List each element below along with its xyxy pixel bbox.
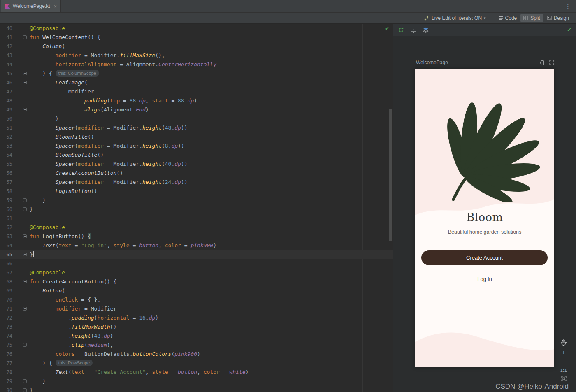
fold-icon[interactable] (23, 108, 27, 111)
close-tab-icon[interactable]: × (54, 3, 57, 9)
code-line[interactable]: 69 Button( (0, 286, 393, 295)
code-line[interactable]: 80} (0, 386, 393, 392)
line-number[interactable]: 62 (0, 223, 12, 232)
code-line[interactable]: 40@Composable (0, 24, 393, 33)
tab-welcomepage-kt[interactable]: WelcomePage.kt × (1, 0, 61, 12)
zoom-out-button[interactable]: − (560, 359, 567, 365)
line-number[interactable]: 78 (0, 368, 12, 377)
view-mode-split-button[interactable]: Split (520, 14, 543, 22)
fold-icon[interactable] (23, 280, 27, 283)
line-number[interactable]: 51 (0, 123, 12, 132)
expand-preview-icon[interactable] (549, 60, 554, 65)
line-number[interactable]: 47 (0, 87, 12, 96)
line-number[interactable]: 45 (0, 69, 12, 78)
code-line[interactable]: 75 .clip(medium), (0, 341, 393, 350)
code-line[interactable]: 64 Text(text = "Log in", style = button,… (0, 241, 393, 250)
line-number[interactable]: 72 (0, 313, 12, 322)
code-line[interactable]: 49 .align(Alignment.End) (0, 105, 393, 114)
code-line[interactable]: 60} (0, 205, 393, 214)
line-number[interactable]: 53 (0, 141, 12, 151)
code-line[interactable]: 66 (0, 259, 393, 268)
code-line[interactable]: 53 Spacer(modifier = Modifier.height(8.d… (0, 141, 393, 151)
line-number[interactable]: 75 (0, 341, 12, 350)
line-number[interactable]: 63 (0, 232, 12, 241)
preview-canvas[interactable]: Bloom Beautiful home garden solutions Cr… (415, 69, 554, 367)
log-in-button[interactable]: Log in (415, 276, 554, 282)
line-number[interactable]: 42 (0, 42, 12, 51)
code-line[interactable]: 78 Text(text = "Create Account", style =… (0, 368, 393, 377)
code-line[interactable]: 44 horizontalAlignment = Alignment.Cente… (0, 60, 393, 69)
fold-icon[interactable] (23, 234, 27, 238)
code-line[interactable]: 51 Spacer(modifier = Modifier.height(48.… (0, 123, 393, 132)
preview-ok-icon[interactable]: ✔ (567, 27, 571, 33)
line-number[interactable]: 60 (0, 205, 12, 214)
layers-icon[interactable] (423, 27, 429, 33)
fit-to-screen-icon[interactable] (561, 376, 567, 381)
fold-icon[interactable] (23, 388, 27, 392)
live-edit-control[interactable]: Live Edit of literals: ON ▾ (424, 15, 486, 21)
line-number[interactable]: 48 (0, 96, 12, 105)
code-line[interactable]: 58 LoginButton() (0, 187, 393, 196)
fold-icon[interactable] (23, 343, 27, 347)
line-number[interactable]: 59 (0, 196, 12, 205)
code-line[interactable]: 55 Spacer(modifier = Modifier.height(40.… (0, 160, 393, 169)
line-number[interactable]: 61 (0, 214, 12, 223)
line-number[interactable]: 49 (0, 105, 12, 114)
line-number[interactable]: 71 (0, 304, 12, 313)
interactive-preview-icon[interactable] (410, 27, 417, 33)
code-line[interactable]: 62@Composable (0, 223, 393, 232)
line-number[interactable]: 79 (0, 377, 12, 386)
code-line[interactable]: 63fun LoginButton() { (0, 232, 393, 241)
line-number[interactable]: 67 (0, 268, 12, 277)
editor-scrollbar[interactable] (389, 109, 392, 241)
line-number[interactable]: 77 (0, 359, 12, 368)
line-number[interactable]: 44 (0, 60, 12, 69)
line-number[interactable]: 74 (0, 332, 12, 341)
line-number[interactable]: 64 (0, 241, 12, 250)
pan-hand-icon[interactable] (560, 339, 567, 346)
code-line[interactable]: 48 .padding(top = 88.dp, start = 88.dp) (0, 96, 393, 105)
line-number[interactable]: 69 (0, 286, 12, 295)
code-line[interactable]: 70 onClick = { }, (0, 295, 393, 304)
code-line[interactable]: 43 modifier = Modifier.fillMaxSize(), (0, 51, 393, 60)
create-account-button[interactable]: Create Account (421, 250, 548, 265)
code-line[interactable]: 72 .padding(horizontal = 16.dp) (0, 313, 393, 322)
fold-icon[interactable] (23, 307, 27, 311)
fold-icon[interactable] (23, 253, 27, 256)
fold-icon[interactable] (23, 72, 27, 75)
inspections-ok-icon[interactable]: ✔ (385, 26, 389, 32)
code-line[interactable]: 77 ) { this: RowScope (0, 359, 393, 368)
code-line[interactable]: 79 } (0, 377, 393, 386)
code-line[interactable]: 56 CreateAccountButton() (0, 169, 393, 178)
line-number[interactable]: 58 (0, 187, 12, 196)
code-line[interactable]: 74 .height(48.dp) (0, 332, 393, 341)
code-line[interactable]: 71 modifier = Modifier (0, 304, 393, 313)
line-number[interactable]: 41 (0, 33, 12, 42)
fold-icon[interactable] (23, 198, 27, 202)
code-line[interactable]: 65} (0, 250, 393, 259)
view-mode-code-button[interactable]: Code (495, 14, 520, 22)
line-number[interactable]: 55 (0, 160, 12, 169)
orientation-icon[interactable] (540, 60, 545, 65)
code-line[interactable]: 52 BloomTitle() (0, 132, 393, 141)
line-number[interactable]: 50 (0, 114, 12, 123)
code-line[interactable]: 61 (0, 214, 393, 223)
code-line[interactable]: 57 Spacer(modifier = Modifier.height(24.… (0, 178, 393, 187)
view-mode-design-button[interactable]: Design (544, 14, 572, 22)
zoom-in-button[interactable]: + (560, 349, 567, 355)
more-options-icon[interactable]: ⋮ (565, 2, 571, 10)
line-number[interactable]: 76 (0, 350, 12, 359)
code-line[interactable]: 47 Modifier (0, 87, 393, 96)
code-line[interactable]: 68fun CreateAccountButton() { (0, 277, 393, 286)
line-number[interactable]: 65 (0, 250, 12, 259)
line-number[interactable]: 40 (0, 24, 12, 33)
preview-name-label[interactable]: WelcomePage (416, 60, 448, 65)
code-line[interactable]: 41fun WelComeContent() { (0, 33, 393, 42)
line-number[interactable]: 80 (0, 386, 12, 392)
code-line[interactable]: 42 Column( (0, 42, 393, 51)
line-number[interactable]: 70 (0, 295, 12, 304)
code-line[interactable]: 67@Composable (0, 268, 393, 277)
line-number[interactable]: 73 (0, 322, 12, 332)
code-line[interactable]: 54 BloomSubTitle() (0, 151, 393, 160)
code-line[interactable]: 76 colors = ButtonDefaults.buttonColors(… (0, 350, 393, 359)
